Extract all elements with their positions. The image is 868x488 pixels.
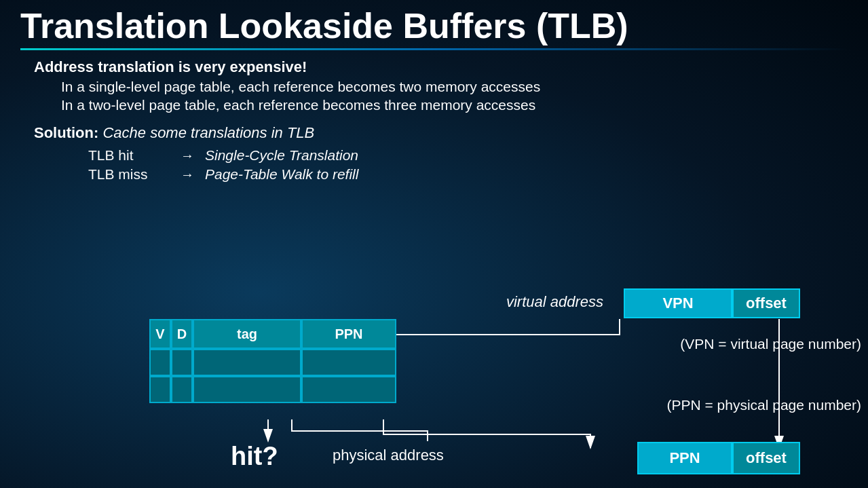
sub-point-1: In a single-level page table, each refer… [61, 79, 834, 95]
offset-cell: offset [732, 288, 800, 318]
ppn-bottom-label: PPN [669, 449, 700, 467]
physical-address-label: physical address [333, 447, 444, 464]
tlb-data-tag-2 [193, 376, 301, 403]
tlb-col-d: D [171, 319, 193, 349]
tlb-data-v-1 [149, 349, 171, 376]
tlb-data-ppn-1 [301, 349, 396, 376]
tlb-miss-arrow: → [181, 167, 194, 183]
tlb-col-ppn: PPN [301, 319, 396, 349]
solution-prefix: Solution: [34, 124, 102, 141]
tlb-data-tag-1 [193, 349, 301, 376]
hit-label: hit? [231, 442, 278, 471]
tlb-data-row-2 [149, 376, 396, 403]
tlb-data-ppn-2 [301, 376, 396, 403]
tlb-miss-label: TLB miss [88, 166, 170, 183]
virtual-address-box: VPN offset [624, 288, 800, 318]
tlb-data-row-1 [149, 349, 396, 376]
offset-bottom-label: offset [746, 449, 787, 467]
title-area: Translation Lookaside Buffers (TLB) [0, 0, 868, 50]
main-point: Address translation is very expensive! [34, 58, 834, 76]
ppn-desc-label: (PPN = physical page number) [666, 397, 861, 413]
tlb-col-tag: tag [193, 319, 301, 349]
tlb-hit-desc: Single-Cycle Translation [205, 147, 358, 164]
tlb-col-v: V [149, 319, 171, 349]
physical-address-box: PPN offset [637, 442, 800, 474]
tlb-miss-desc: Page-Table Walk to refill [205, 166, 358, 183]
tlb-hit-arrow: → [181, 148, 194, 164]
vpn-desc-label: (VPN = virtual page number) [680, 336, 861, 352]
vpn-label: VPN [662, 295, 693, 312]
tlb-hit-row: TLB hit → Single-Cycle Translation [88, 147, 834, 164]
tlb-hit-label: TLB hit [88, 147, 170, 164]
tlb-data-d-2 [171, 376, 193, 403]
solution-italic: Cache some translations in TLB [102, 124, 314, 141]
ppn-bottom-cell: PPN [637, 442, 732, 474]
slide: Translation Lookaside Buffers (TLB) Addr… [0, 0, 868, 488]
sub-point-2: In a two-level page table, each referenc… [61, 97, 834, 113]
tlb-header-row: V D tag PPN [149, 319, 396, 349]
diagram-area: virtual address VPN offset (VPN = virtua… [0, 265, 868, 488]
virtual-address-label: virtual address [506, 293, 603, 311]
solution-line: Solution: Cache some translations in TLB [34, 124, 834, 142]
tlb-data-d-1 [171, 349, 193, 376]
tlb-data-v-2 [149, 376, 171, 403]
vpn-cell: VPN [624, 288, 732, 318]
offset-bottom-cell: offset [732, 442, 800, 474]
offset-label: offset [746, 295, 787, 312]
slide-title: Translation Lookaside Buffers (TLB) [20, 7, 848, 45]
tlb-items: TLB hit → Single-Cycle Translation TLB m… [88, 147, 834, 183]
virtual-address-text: virtual address [506, 293, 603, 310]
tlb-miss-row: TLB miss → Page-Table Walk to refill [88, 166, 834, 183]
tlb-table: V D tag PPN [149, 319, 396, 403]
content-area: Address translation is very expensive! I… [0, 50, 868, 183]
